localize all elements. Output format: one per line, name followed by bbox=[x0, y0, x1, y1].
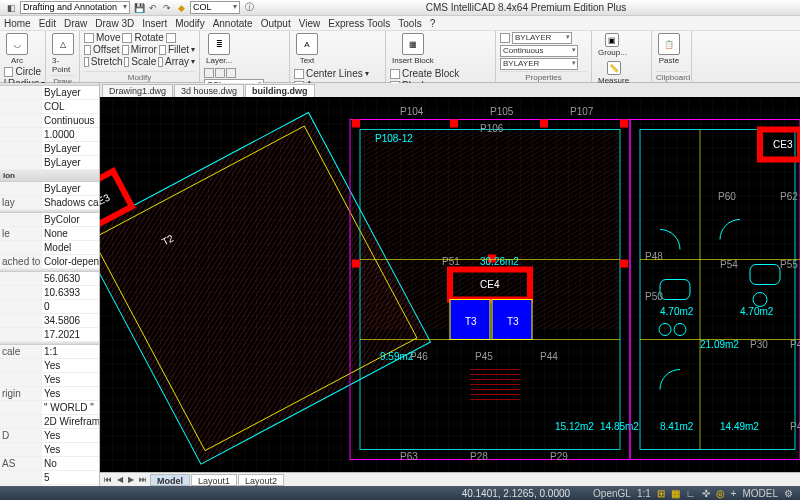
status-ratio[interactable]: 1:1 bbox=[634, 488, 654, 499]
prop-row[interactable]: 34.5806 bbox=[0, 314, 99, 328]
tab-last-icon[interactable]: ⏭ bbox=[137, 475, 149, 484]
menu-annotate[interactable]: Annotate bbox=[213, 18, 253, 29]
mirror-icon[interactable] bbox=[122, 45, 129, 55]
prop-value[interactable]: Yes bbox=[42, 373, 99, 386]
menu-output[interactable]: Output bbox=[261, 18, 291, 29]
layers-button[interactable]: ≣Layer... bbox=[204, 32, 234, 66]
move-icon[interactable] bbox=[84, 33, 94, 43]
3point-button[interactable]: △3-Point bbox=[50, 32, 76, 75]
status-model[interactable]: MODEL bbox=[739, 488, 781, 499]
stretch-icon[interactable] bbox=[84, 57, 89, 67]
menu-tools[interactable]: Tools bbox=[398, 18, 421, 29]
prop-value[interactable]: 5 bbox=[42, 471, 99, 484]
prop-row[interactable]: 0 bbox=[0, 300, 99, 314]
status-opengl[interactable]: OpenGL bbox=[590, 488, 634, 499]
prop-row[interactable]: 5 bbox=[0, 471, 99, 485]
status-polar-icon[interactable]: ✜ bbox=[699, 488, 713, 499]
prop-value[interactable]: 34.5806 bbox=[42, 314, 99, 327]
info-icon[interactable]: ⓘ bbox=[243, 2, 255, 14]
prop-value[interactable]: 10.6393 bbox=[42, 286, 99, 299]
group-button[interactable]: ▣Group... bbox=[596, 32, 629, 58]
prop-value[interactable]: ByColor bbox=[42, 213, 99, 226]
prop-value[interactable]: " WORLD " bbox=[42, 401, 99, 414]
status-osnap-icon[interactable]: ◎ bbox=[713, 488, 728, 499]
redo-icon[interactable]: ↷ bbox=[161, 2, 173, 14]
prop-value[interactable]: Continuous bbox=[42, 114, 99, 127]
menu-modify[interactable]: Modify bbox=[175, 18, 204, 29]
fillet-icon[interactable] bbox=[159, 45, 166, 55]
menu-draw[interactable]: Draw bbox=[64, 18, 87, 29]
prop-row[interactable]: 17.2021 bbox=[0, 328, 99, 342]
prop-lineweight[interactable]: BYLAYER bbox=[500, 58, 578, 70]
prop-value[interactable]: No bbox=[42, 457, 99, 470]
rotate-icon[interactable] bbox=[122, 33, 132, 43]
workspace-combo[interactable]: Drafting and Annotation bbox=[20, 1, 130, 14]
prop-value[interactable]: Color-dependent print bbox=[42, 255, 99, 268]
plus-icon[interactable]: + bbox=[728, 488, 740, 499]
prop-row[interactable]: COL bbox=[0, 100, 99, 114]
layout-2[interactable]: Layout2 bbox=[238, 474, 284, 486]
tab-next-icon[interactable]: ▶ bbox=[126, 475, 136, 484]
quick-layer-combo[interactable]: COL bbox=[190, 1, 240, 14]
offset-icon[interactable] bbox=[84, 45, 91, 55]
prop-value[interactable]: Yes bbox=[42, 387, 99, 400]
prop-value[interactable]: Shadows cast and rec. bbox=[42, 196, 99, 209]
menu-edit[interactable]: Edit bbox=[39, 18, 56, 29]
prop-row[interactable]: " WORLD " bbox=[0, 401, 99, 415]
menu-draw3d[interactable]: Draw 3D bbox=[95, 18, 134, 29]
prop-row[interactable]: ByLayer bbox=[0, 142, 99, 156]
tab-prev-icon[interactable]: ◀ bbox=[115, 475, 125, 484]
menu-home[interactable]: Home bbox=[4, 18, 31, 29]
undo-icon[interactable]: ↶ bbox=[147, 2, 159, 14]
insert-block-button[interactable]: ▦Insert Block bbox=[390, 32, 436, 66]
prop-row[interactable]: Yes bbox=[0, 359, 99, 373]
status-grid-icon[interactable]: ▦ bbox=[668, 488, 683, 499]
prop-row[interactable]: Yes bbox=[0, 443, 99, 457]
prop-row[interactable]: 56.0630 bbox=[0, 272, 99, 286]
prop-row[interactable]: layShadows cast and rec. bbox=[0, 196, 99, 210]
tab-first-icon[interactable]: ⏮ bbox=[102, 475, 114, 484]
prop-value[interactable]: 0 bbox=[42, 300, 99, 313]
prop-row[interactable]: cale1:1 bbox=[0, 345, 99, 359]
prop-value[interactable]: Yes bbox=[42, 359, 99, 372]
prop-row[interactable]: Continuous bbox=[0, 114, 99, 128]
prop-value[interactable]: Model bbox=[42, 241, 99, 254]
prop-value[interactable]: ByLayer bbox=[42, 182, 99, 195]
prop-row[interactable]: ByLayer bbox=[0, 182, 99, 196]
prop-linetype[interactable]: Continuous bbox=[500, 45, 578, 57]
prop-value[interactable]: ByLayer bbox=[42, 86, 99, 99]
prop-value[interactable]: 17.2021 bbox=[42, 328, 99, 341]
prop-value[interactable]: 2D Wireframe bbox=[42, 415, 99, 428]
prop-row[interactable]: 10.6393 bbox=[0, 286, 99, 300]
prop-row[interactable]: ASNo bbox=[0, 457, 99, 471]
prop-value[interactable]: COL bbox=[42, 100, 99, 113]
array-icon[interactable] bbox=[158, 57, 163, 67]
menu-insert[interactable]: Insert bbox=[142, 18, 167, 29]
prop-color[interactable]: BYLAYER bbox=[512, 32, 572, 44]
properties-panel[interactable]: ByLayerCOLContinuous1.0000ByLayerByLayer… bbox=[0, 83, 100, 486]
prop-value[interactable]: Yes bbox=[42, 443, 99, 456]
menu-express[interactable]: Express Tools bbox=[328, 18, 390, 29]
prop-row[interactable]: ByLayer bbox=[0, 86, 99, 100]
menu-help[interactable]: ? bbox=[430, 18, 436, 29]
prop-value[interactable]: Yes bbox=[42, 429, 99, 442]
menu-view[interactable]: View bbox=[299, 18, 321, 29]
paste-button[interactable]: 📋Paste bbox=[656, 32, 682, 66]
prop-row[interactable]: DYes bbox=[0, 429, 99, 443]
arc-button[interactable]: ◡Arc bbox=[4, 32, 30, 66]
layout-model[interactable]: Model bbox=[150, 474, 190, 486]
prop-row[interactable]: ached toColor-dependent print bbox=[0, 255, 99, 269]
doctab-2[interactable]: building.dwg bbox=[245, 84, 315, 97]
prop-row[interactable]: ByColor bbox=[0, 213, 99, 227]
doctab-1[interactable]: 3d house.dwg bbox=[174, 84, 244, 97]
circle-icon[interactable] bbox=[4, 67, 13, 77]
drawing-canvas[interactable]: CE3 T2 CE4 T3 T3 P104 bbox=[100, 97, 800, 472]
status-ortho-icon[interactable]: ∟ bbox=[683, 488, 699, 499]
layout-1[interactable]: Layout1 bbox=[191, 474, 237, 486]
scale-icon[interactable] bbox=[124, 57, 129, 67]
text-button[interactable]: AText bbox=[294, 32, 320, 66]
prop-row[interactable]: leNone bbox=[0, 227, 99, 241]
prop-row[interactable]: Yes bbox=[0, 373, 99, 387]
status-snap-icon[interactable]: ⊞ bbox=[654, 488, 668, 499]
prop-value[interactable]: 56.0630 bbox=[42, 272, 99, 285]
